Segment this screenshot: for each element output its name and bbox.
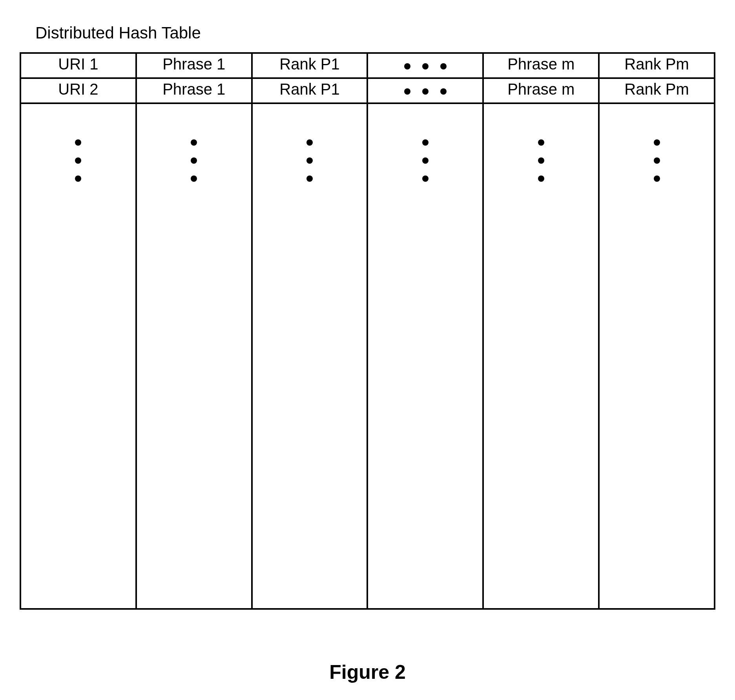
horizontal-ellipsis-icon — [404, 56, 447, 77]
cell-rank-pm: Rank Pm — [599, 53, 715, 78]
vertical-ellipsis-icon — [140, 139, 248, 182]
cell-uri: URI 2 — [20, 78, 136, 103]
horizontal-ellipsis-icon — [404, 81, 447, 102]
cell-phrase-1: Phrase 1 — [136, 53, 252, 78]
column-ellipsis — [252, 103, 368, 609]
cell-rank-p1: Rank P1 — [252, 53, 368, 78]
table-row: URI 2 Phrase 1 Rank P1 Phrase m Rank Pm — [20, 78, 715, 103]
table-body-ellipsis-row — [20, 103, 715, 609]
cell-ellipsis — [367, 53, 483, 78]
cell-phrase-m: Phrase m — [483, 53, 599, 78]
cell-phrase-m: Phrase m — [483, 78, 599, 103]
diagram-title: Distributed Hash Table — [35, 24, 715, 42]
column-ellipsis — [483, 103, 599, 609]
cell-phrase-1: Phrase 1 — [136, 78, 252, 103]
cell-uri: URI 1 — [20, 53, 136, 78]
vertical-ellipsis-icon — [371, 139, 479, 182]
cell-ellipsis — [367, 78, 483, 103]
column-ellipsis — [20, 103, 136, 609]
table-row: URI 1 Phrase 1 Rank P1 Phrase m Rank Pm — [20, 53, 715, 78]
cell-rank-p1: Rank P1 — [252, 78, 368, 103]
vertical-ellipsis-icon — [24, 139, 132, 182]
column-ellipsis — [367, 103, 483, 609]
cell-rank-pm: Rank Pm — [599, 78, 715, 103]
hash-table: URI 1 Phrase 1 Rank P1 Phrase m Rank Pm … — [20, 52, 715, 610]
column-ellipsis — [136, 103, 252, 609]
vertical-ellipsis-icon — [603, 139, 711, 182]
vertical-ellipsis-icon — [256, 139, 364, 182]
figure-caption: Figure 2 — [20, 661, 715, 684]
vertical-ellipsis-icon — [487, 139, 595, 182]
column-ellipsis — [599, 103, 715, 609]
